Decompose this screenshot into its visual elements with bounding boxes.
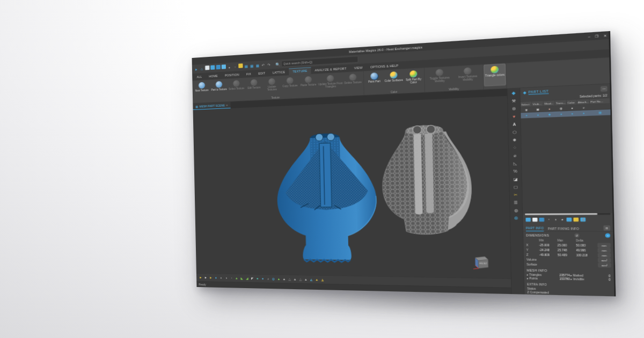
part-cell-icon[interactable]: ⌀ [577,106,590,109]
maximize-button[interactable]: ❐ [595,34,599,38]
duplicate-part-icon[interactable] [532,218,538,222]
select-cursor-icon[interactable]: ► [199,275,203,280]
mark-shell-icon[interactable]: ● [255,276,260,281]
ruler-icon[interactable]: ‖ [580,217,586,221]
folder-blue-icon[interactable] [567,217,572,221]
mark-surface-icon[interactable]: ◤ [250,276,254,281]
cut-icon[interactable]: ✂ [513,192,519,197]
cube-icon[interactable]: ⬡ [511,129,518,135]
grow-selection-icon[interactable]: △ [287,277,292,281]
ribbon-tab[interactable]: ALL [193,73,206,80]
scene-grid-icon[interactable]: ▦ [250,64,254,69]
ribbon-button[interactable]: Update Textures [263,76,281,97]
ribbon-button[interactable]: Toggle Textures Visibility [426,67,454,89]
viewport-3d[interactable]: FRONT [193,96,511,278]
ribbon-button[interactable]: Paint Part [364,71,384,92]
pan-view-icon[interactable]: ● [214,276,218,280]
paint-triangles-icon[interactable]: ▲ [314,277,319,282]
measure-icon[interactable]: ◍ [271,276,276,281]
marking-cursor-icon[interactable]: ► [203,275,208,280]
ribbon-button[interactable]: Part to Texture [210,79,228,99]
info-icon[interactable]: ◔ [233,65,237,70]
folder-yellow-icon[interactable] [573,217,579,221]
convert-part-icon[interactable]: ◔ [546,217,551,221]
export-part-icon[interactable] [539,217,545,221]
column-header[interactable]: Trans... [555,100,567,106]
machine-icon[interactable]: ⚙ [510,105,517,112]
wrench-icon[interactable]: ⚒ [510,97,517,104]
ribbon-button[interactable]: Update Texture From Triangles [317,73,343,94]
column-header[interactable]: Visib... [532,101,544,106]
report-page-icon[interactable]: ▢ [512,183,519,189]
shrink-selection-icon[interactable]: ▲ [292,277,297,281]
marked-triangles-icon[interactable]: ▲ [282,277,287,281]
snowflake-icon[interactable]: ✱ [511,136,518,143]
measure-angle-icon[interactable]: ◺ [512,160,519,166]
part-cell-icon[interactable] [590,106,610,107]
measure-percent-icon[interactable]: % [512,168,519,174]
part-cell-icon[interactable]: ◆ [544,113,555,116]
copy-dimensions-icon[interactable]: ◔ [605,233,610,238]
wireframe-mode-icon[interactable]: ◔ [229,276,233,280]
collapse-panel-button[interactable]: — [601,86,607,92]
part-cell-icon[interactable]: ▦ [590,111,610,114]
zoom-view-icon[interactable]: ● [219,276,223,280]
part-cell-icon[interactable]: ◉ [521,108,532,111]
mark-plane-icon[interactable]: ◢ [245,276,249,281]
hatch-icon[interactable]: ◍ [513,207,519,213]
undo-icon[interactable]: ↶ [261,63,265,68]
filter-selection-icon[interactable]: ◭ [309,277,314,282]
merge-part-icon[interactable]: ◕ [560,217,565,221]
ribbon-button[interactable]: Copy Texture [281,76,299,96]
mesh-stat-label[interactable]: ▸ Triangles [527,273,553,276]
rotate-view-icon[interactable]: ► [209,275,213,280]
refresh-icon[interactable]: ↺ [574,233,579,238]
part-list-body[interactable] [521,115,613,214]
layers-icon[interactable]: ☰ [513,199,519,205]
ribbon-button[interactable]: New Texture [193,80,211,100]
part-cell-icon[interactable]: ● [532,113,544,116]
mesh-stat-label[interactable]: ▸ Marked [570,274,595,277]
ribbon-button[interactable]: Select Texture [228,78,245,98]
new-document-icon[interactable] [205,65,209,70]
save-icon[interactable] [216,65,221,70]
part-pages-icon[interactable]: ◆ [510,90,517,96]
column-header[interactable]: Attach... [577,99,590,105]
redo-icon[interactable]: ↷ [267,63,272,68]
section-view-icon[interactable]: ◕ [266,276,270,281]
open-document-icon[interactable] [210,65,215,70]
ribbon-button[interactable]: Edit Texture [245,77,264,98]
mesh-stat-label[interactable]: ▸ Points [527,277,553,280]
lattice-icon[interactable]: ⊛ [513,215,520,221]
copy-part-icon[interactable] [525,218,531,222]
measure-distance-icon[interactable]: ⁘ [511,144,518,151]
stamp-part-icon[interactable]: ◑ [553,217,558,221]
part-cell-icon[interactable]: ● [521,114,532,117]
column-header[interactable]: Select [521,101,532,107]
column-header[interactable]: Color [567,100,577,105]
part-cell-icon[interactable]: ▣ [532,107,544,111]
mark-triangle-icon[interactable]: ◣ [239,276,244,280]
invert-selection-icon[interactable]: △ [298,277,303,281]
annotation-icon[interactable]: ♥ [511,113,518,120]
column-header[interactable]: Shad... [544,100,555,106]
measure-diameter-icon[interactable]: ⌀ [511,152,518,159]
ribbon-tab[interactable]: FIX [243,70,255,78]
part-cell-icon[interactable]: ● [577,112,590,115]
globe-icon[interactable]: ● [227,65,231,70]
triangle-colors-button[interactable]: Triangle colors [484,64,506,86]
folder-icon[interactable] [238,63,243,68]
home-icon[interactable]: ⌂ [200,67,204,71]
text-label-icon[interactable]: A [511,121,518,127]
part-cell-icon[interactable]: ● [567,112,577,115]
part-cell-icon[interactable]: ● [567,106,577,109]
ribbon-button[interactable]: Split Part By Color [404,69,424,90]
close-icon[interactable]: × [226,104,228,107]
shade-mode-icon[interactable]: ◑ [224,276,228,280]
part-cell-icon[interactable]: ● [555,112,567,116]
triangle-mode-icon[interactable]: ▲ [235,276,239,280]
scene-grid-icon[interactable]: ▦ [255,63,260,68]
tab-part-fixing-info[interactable]: PART FIXING INFO [548,227,579,231]
scene-grid-icon[interactable]: ▦ [244,64,248,69]
minimize-button[interactable]: – [588,34,590,38]
